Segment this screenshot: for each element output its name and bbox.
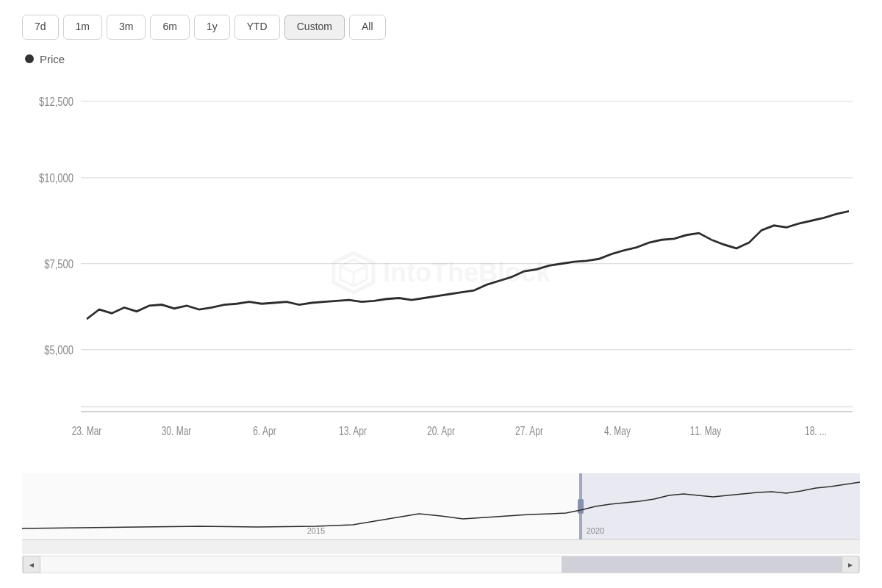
svg-text:11. May: 11. May [690, 424, 722, 437]
main-chart-svg: $12,500 $10,000 $7,500 $5,000 23. Mar 30… [22, 73, 860, 473]
svg-text:13. Apr: 13. Apr [339, 424, 367, 437]
btn-all[interactable]: All [349, 15, 386, 40]
svg-text:18. ...: 18. ... [805, 424, 827, 437]
scroll-left-icon: ◄ [28, 561, 35, 569]
svg-text:27. Apr: 27. Apr [515, 424, 543, 437]
svg-text:2015: 2015 [307, 526, 325, 535]
btn-3m[interactable]: 3m [107, 15, 146, 40]
svg-text:$5,000: $5,000 [44, 343, 74, 356]
scroll-left-button[interactable]: ◄ [23, 556, 40, 573]
btn-7d[interactable]: 7d [22, 15, 59, 40]
btn-ytd[interactable]: YTD [234, 15, 280, 40]
svg-text:20. Apr: 20. Apr [427, 424, 455, 437]
time-range-bar: 7d 1m 3m 6m 1y YTD Custom All [22, 15, 860, 40]
btn-6m[interactable]: 6m [150, 15, 189, 40]
scrollbar-track[interactable] [40, 556, 842, 573]
svg-rect-25 [22, 539, 860, 554]
svg-text:$7,500: $7,500 [44, 257, 74, 270]
main-container: 7d 1m 3m 6m 1y YTD Custom All Price Into… [0, 0, 882, 588]
btn-1m[interactable]: 1m [63, 15, 102, 40]
mini-chart-svg: 2015 2020 [22, 473, 860, 554]
svg-text:$12,500: $12,500 [39, 94, 74, 108]
svg-text:23. Mar: 23. Mar [72, 424, 102, 437]
svg-text:$10,000: $10,000 [39, 171, 74, 184]
scroll-right-icon: ► [847, 561, 854, 569]
svg-rect-27 [581, 473, 860, 539]
svg-text:30. Mar: 30. Mar [162, 424, 192, 437]
svg-rect-29 [578, 499, 584, 514]
scroll-right-button[interactable]: ► [842, 556, 859, 573]
chart-legend: Price [22, 53, 860, 65]
svg-text:4. May: 4. May [604, 424, 631, 437]
btn-1y[interactable]: 1y [194, 15, 230, 40]
chart-wrapper: IntoTheBlock $12,500 $10,000 $7,500 $5,0… [22, 73, 860, 573]
svg-text:2020: 2020 [587, 526, 604, 535]
main-chart-container: IntoTheBlock $12,500 $10,000 $7,500 $5,0… [22, 73, 860, 473]
svg-text:6. Apr: 6. Apr [253, 424, 276, 437]
mini-chart-container: 2015 2020 [22, 473, 860, 554]
legend-dot [25, 54, 34, 63]
scrollbar-thumb[interactable] [562, 556, 842, 573]
legend-label: Price [40, 53, 65, 65]
scrollbar-container[interactable]: ◄ ► [22, 556, 860, 573]
btn-custom[interactable]: Custom [284, 15, 345, 40]
